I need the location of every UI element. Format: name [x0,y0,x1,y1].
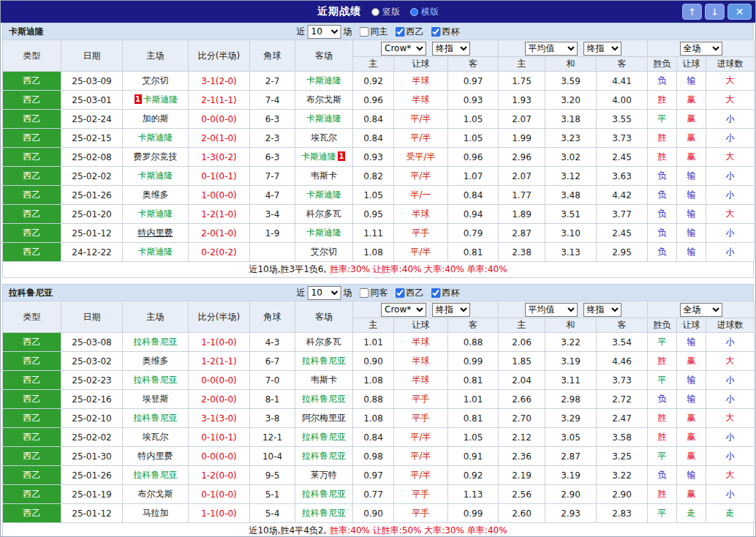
away-team-name: 埃瓦尔 [311,132,337,143]
avg-home-cell: 2.07 [499,167,545,186]
same-venue-checkbox-label[interactable]: 同客 [355,287,388,299]
home-team-cell[interactable]: 拉科鲁尼亚 [123,371,189,390]
col-header-score: 比分(半场) [189,301,250,333]
cup-checkbox[interactable] [431,288,441,298]
scope-select[interactable]: 全场 [680,42,722,56]
same-venue-checkbox[interactable] [360,288,369,298]
match-count-select[interactable]: 10 [308,25,341,39]
away-team-cell[interactable]: 拉科鲁尼亚 [295,504,353,523]
same-venue-checkbox-label[interactable]: 同主 [355,26,388,38]
home-team-cell[interactable]: 卡斯迪隆 [123,129,189,148]
avg-odds-select[interactable]: 平均值 [525,303,578,317]
home-team-cell[interactable]: 奥维多 [123,186,189,205]
home-team-cell[interactable]: 拉科鲁尼亚 [123,409,189,428]
cup-checkbox-label[interactable]: 西杯 [426,26,460,38]
avg-away-cell: 4.46 [597,352,648,371]
handicap-result-cell: 赢 [677,148,706,167]
avg-home-cell: 2.19 [499,466,545,485]
avg-away-cell: 3.54 [597,333,648,352]
result-cell: 负 [648,205,677,224]
col-header-home: 主场 [123,301,189,333]
odds-company-select[interactable]: Crow* [381,42,426,56]
match-count-select[interactable]: 10 [308,286,341,300]
handicap-result-cell: 输 [677,224,706,243]
home-team-cell[interactable]: 1卡斯迪隆 [123,91,189,110]
away-team-cell[interactable]: 拉科鲁尼亚 [295,485,353,504]
avg-type-select[interactable]: 终指 [583,42,621,56]
away-team-cell[interactable]: 拉科鲁尼亚 [295,390,353,409]
league-badge: 西乙 [3,110,61,129]
home-team-cell[interactable]: 费罗尔竞技 [123,148,189,167]
score-cell: 3-1(2-0) [189,72,250,91]
move-down-button[interactable]: ↓ [705,4,725,20]
league-checkbox[interactable] [396,27,405,37]
col-header-corner: 角球 [250,301,295,333]
score-cell: 1-3(0-2) [189,148,250,167]
cup-checkbox-label[interactable]: 西杯 [426,287,460,299]
avg-odds-select[interactable]: 平均值 [525,42,578,56]
away-team-cell[interactable]: 科尔多瓦 [295,205,353,224]
avg-type-select[interactable]: 终指 [583,303,621,317]
away-team-cell[interactable]: 卡斯迪隆 [295,224,353,243]
home-team-cell[interactable]: 卡斯迪隆 [123,205,189,224]
home-team-cell[interactable]: 布尔戈斯 [123,485,189,504]
avg-home-cell: 1.77 [499,186,545,205]
goals-result-cell: 大 [706,466,755,485]
handicap-result-cell: 输 [677,371,706,390]
away-team-cell[interactable]: 布尔戈斯 [295,91,353,110]
league-checkbox[interactable] [396,288,405,298]
away-odds-cell: 0.81 [448,371,499,390]
home-team-cell[interactable]: 加的斯 [123,110,189,129]
home-team-cell[interactable]: 埃瓦尔 [123,428,189,447]
league-checkbox-label[interactable]: 西乙 [390,287,424,299]
home-team-cell[interactable]: 艾尔切 [123,72,189,91]
result-cell: 负 [648,72,677,91]
team-section-away: 拉科鲁尼亚 近 10 场 同客 西乙 西杯 [1,284,755,537]
summary-record: 近10场,胜4平4负2, [249,525,326,537]
cup-checkbox[interactable] [431,27,441,37]
avg-away-cell: 2.45 [597,148,648,167]
odds-company-select[interactable]: Crow* [381,303,426,317]
away-team-cell[interactable]: 卡斯迪隆 [295,72,353,91]
horizontal-layout-radio[interactable]: 横版 [410,6,439,18]
team-name: 拉科鲁尼亚 [3,287,53,299]
home-team-cell[interactable]: 埃登斯 [123,390,189,409]
scope-select[interactable]: 全场 [680,303,722,317]
home-team-cell[interactable]: 拉科鲁尼亚 [123,333,189,352]
home-team-name: 埃登斯 [143,394,169,404]
col-header-avg-draw: 和 [545,57,597,72]
avg-away-cell: 4.41 [597,72,648,91]
away-team-cell[interactable]: 艾尔切 [295,243,353,262]
same-venue-checkbox[interactable] [360,27,369,37]
away-team-cell[interactable]: 卡斯迪隆1 [295,148,353,167]
away-team-cell[interactable]: 埃瓦尔 [295,129,353,148]
move-up-button[interactable]: ↑ [682,4,702,20]
away-team-cell[interactable]: 莱万特 [295,466,353,485]
away-team-cell[interactable]: 阿尔梅里亚 [295,409,353,428]
avg-draw-cell: 3.29 [545,409,597,428]
odds-type-select[interactable]: 终指 [432,303,470,317]
avg-draw-cell: 2.98 [545,390,597,409]
home-team-cell[interactable]: 马拉加 [123,504,189,523]
home-team-cell[interactable]: 拉科鲁尼亚 [123,466,189,485]
close-button[interactable]: ✕ [727,4,752,20]
home-team-cell[interactable]: 特内里费 [123,224,189,243]
away-team-cell[interactable]: 韦斯卡 [295,371,353,390]
home-team-cell[interactable]: 卡斯迪隆 [123,243,189,262]
away-team-name: 拉科鲁尼亚 [302,489,346,499]
away-team-cell[interactable]: 拉科鲁尼亚 [295,352,353,371]
away-team-cell[interactable]: 拉科鲁尼亚 [295,428,353,447]
home-team-cell[interactable]: 奥维多 [123,352,189,371]
league-checkbox-label[interactable]: 西乙 [390,26,424,38]
odds-select-group: Crow* 终指 [353,40,499,57]
home-team-cell[interactable]: 特内里费 [123,447,189,466]
away-team-cell[interactable]: 科尔多瓦 [295,333,353,352]
home-team-cell[interactable]: 卡斯迪隆 [123,167,189,186]
away-team-cell[interactable]: 卡斯迪隆 [295,186,353,205]
away-team-cell[interactable]: 拉科鲁尼亚 [295,447,353,466]
match-row: 西乙25-01-26奥维多1-0(0-0)4-7卡斯迪隆1.05半/一0.841… [3,186,755,205]
away-team-cell[interactable]: 卡斯迪隆 [295,110,353,129]
odds-type-select[interactable]: 终指 [432,42,470,56]
vertical-layout-radio[interactable]: 竖版 [371,6,400,18]
away-team-cell[interactable]: 韦斯卡 [295,167,353,186]
